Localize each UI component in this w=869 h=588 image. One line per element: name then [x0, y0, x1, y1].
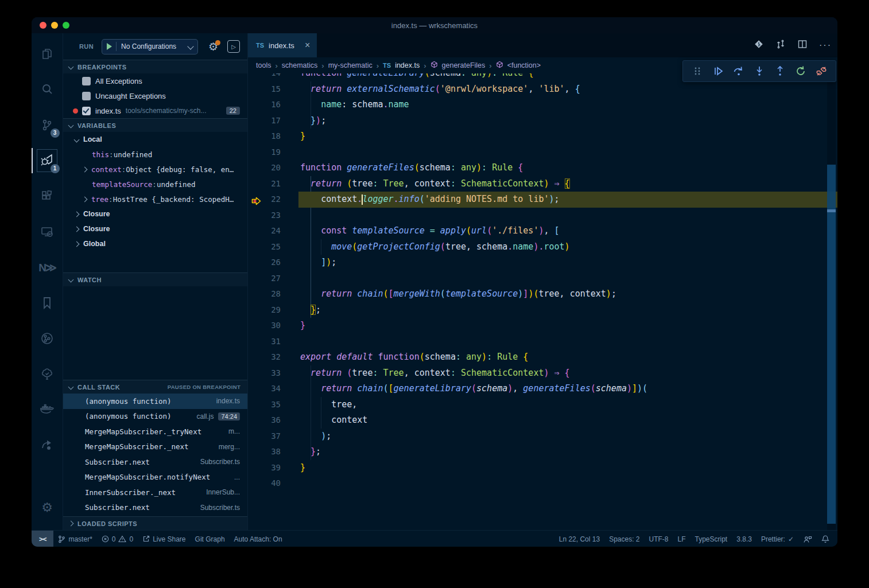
- tab-index-ts[interactable]: TS index.ts ×: [248, 33, 317, 57]
- line-number[interactable]: 17: [248, 113, 281, 129]
- cursor-position-item[interactable]: Ln 22, Col 13: [554, 531, 604, 547]
- loaded-scripts-section-header[interactable]: LOADED SCRIPTS: [63, 516, 247, 530]
- remote-indicator[interactable]: ><: [32, 531, 53, 547]
- code-line-35[interactable]: 35 tree,: [248, 397, 837, 413]
- run-debug-icon[interactable]: 1: [32, 146, 63, 176]
- indentation-item[interactable]: Spaces: 2: [604, 531, 644, 547]
- more-actions-icon[interactable]: ···: [819, 40, 832, 50]
- line-number[interactable]: 40: [248, 476, 281, 492]
- code-line-25[interactable]: 25 move(getProjectConfig(tree, schema.na…: [248, 239, 837, 255]
- nx-console-icon[interactable]: N≫: [32, 252, 63, 282]
- line-number[interactable]: 23: [248, 208, 281, 224]
- call-stack-frame[interactable]: MergeMapSubscriber._nextmerg...: [63, 439, 247, 455]
- docker-icon[interactable]: [32, 395, 63, 425]
- line-number[interactable]: 21: [248, 176, 281, 192]
- code-line-28[interactable]: 28 return chain([mergeWith(templateSourc…: [248, 286, 837, 302]
- call-stack-frame[interactable]: InnerSubscriber._nextInnerSub...: [63, 485, 247, 500]
- line-number[interactable]: 19: [248, 145, 281, 161]
- line-number[interactable]: 20: [248, 160, 281, 176]
- call-stack-frame[interactable]: (anonymous function)call.js74:24: [63, 409, 247, 425]
- line-number[interactable]: 34: [248, 381, 281, 397]
- code-line-32[interactable]: 32export default function(schema: any): …: [248, 349, 837, 365]
- scrollbar-thumb[interactable]: [827, 165, 836, 524]
- editor-scrollbar[interactable]: [827, 73, 836, 530]
- line-number[interactable]: 27: [248, 271, 281, 287]
- variables-scope-row[interactable]: Global: [63, 236, 247, 251]
- variables-section-header[interactable]: VARIABLES: [63, 118, 247, 132]
- continue-icon[interactable]: [711, 64, 726, 79]
- compare-changes-icon[interactable]: [775, 39, 786, 52]
- close-tab-icon[interactable]: ×: [305, 40, 310, 50]
- code-line-34[interactable]: 34 return chain([generateLibrary(schema)…: [248, 381, 837, 397]
- code-line-23[interactable]: 23: [248, 208, 837, 224]
- variable-row[interactable]: tree: HostTree {_backend: ScopedH…: [63, 192, 247, 207]
- line-number[interactable]: 24: [248, 223, 281, 239]
- breakpoint-item[interactable]: index.tstools/schematics/my-sch...22: [63, 103, 247, 118]
- start-debug-icon[interactable]: [107, 43, 112, 50]
- code-line-33[interactable]: 33 return (tree: Tree, context: Schemati…: [248, 365, 837, 381]
- code-line-39[interactable]: 39}: [248, 460, 837, 476]
- code-line-31[interactable]: 31: [248, 334, 837, 350]
- watch-section-header[interactable]: WATCH: [63, 272, 247, 286]
- line-number[interactable]: 18: [248, 128, 281, 145]
- variables-scope-row[interactable]: Closure: [63, 207, 247, 221]
- restart-icon[interactable]: [793, 64, 808, 79]
- manage-gear-icon[interactable]: ⚙: [32, 492, 63, 522]
- close-window-button[interactable]: [40, 22, 46, 29]
- configure-gear-icon[interactable]: ⚙: [208, 41, 218, 52]
- disconnect-icon[interactable]: [814, 64, 829, 79]
- code-line-30[interactable]: 30}: [248, 318, 837, 334]
- line-number[interactable]: 35: [248, 397, 281, 413]
- code-editor[interactable]: 14function generateLibrary(schema: any):…: [248, 73, 837, 530]
- code-line-20[interactable]: 20function generateFiles(schema: any): R…: [248, 160, 837, 176]
- line-number[interactable]: 32: [248, 349, 281, 365]
- breadcrumb-tools[interactable]: tools: [256, 61, 271, 69]
- project-share-icon[interactable]: [32, 430, 63, 460]
- breakpoint-checkbox[interactable]: [82, 107, 91, 115]
- variable-row[interactable]: context: Object {debug: false, en…: [63, 162, 247, 177]
- line-number[interactable]: 15: [248, 81, 281, 98]
- line-number[interactable]: 26: [248, 255, 281, 271]
- code-line-18[interactable]: 18}: [248, 128, 837, 145]
- line-number[interactable]: 31: [248, 334, 281, 350]
- call-stack-frame[interactable]: Subscriber.nextSubscriber.ts: [63, 500, 247, 516]
- bookmarks-icon[interactable]: [32, 288, 63, 318]
- problems-item[interactable]: 0 0: [97, 531, 138, 547]
- prettier-item[interactable]: Prettier:✓: [757, 531, 798, 547]
- line-number[interactable]: 14: [248, 73, 281, 81]
- split-editor-icon[interactable]: [797, 39, 808, 52]
- breakpoint-item[interactable]: Uncaught Exceptions: [63, 88, 247, 103]
- step-out-icon[interactable]: [773, 64, 787, 79]
- code-line-22[interactable]: 22 context.logger.info('adding NOTES.md …: [248, 192, 837, 208]
- git-graph-item[interactable]: Git Graph: [191, 531, 230, 547]
- explorer-icon[interactable]: [32, 39, 63, 69]
- test-explorer-icon[interactable]: [32, 359, 63, 389]
- line-number[interactable]: 25: [248, 239, 281, 255]
- call-stack-frame[interactable]: (anonymous function)index.ts: [63, 394, 247, 409]
- code-line-19[interactable]: 19: [248, 145, 837, 161]
- code-line-29[interactable]: 29 };: [248, 302, 837, 318]
- line-number[interactable]: 36: [248, 412, 281, 429]
- line-number[interactable]: 39: [248, 460, 281, 476]
- debug-console-icon[interactable]: ▷: [227, 40, 240, 53]
- variables-scope-row[interactable]: Closure: [63, 221, 247, 236]
- toolbar-drag-handle[interactable]: [690, 64, 705, 79]
- breadcrumb-schematics[interactable]: schematics: [282, 61, 318, 69]
- line-number[interactable]: 38: [248, 444, 281, 460]
- breakpoint-checkbox[interactable]: [82, 77, 91, 85]
- variables-scope-row[interactable]: Local: [63, 132, 247, 147]
- gitlens-icon[interactable]: [32, 324, 63, 353]
- auto-attach-item[interactable]: Auto Attach: On: [230, 531, 287, 547]
- line-number[interactable]: 16: [248, 97, 281, 113]
- notifications-bell-icon[interactable]: [817, 531, 834, 547]
- variable-row[interactable]: templateSource: undefined: [63, 177, 247, 192]
- encoding-item[interactable]: UTF-8: [645, 531, 673, 547]
- breadcrumb-generateFiles[interactable]: generateFiles: [442, 61, 486, 69]
- breadcrumb-function[interactable]: <function>: [507, 61, 541, 69]
- eol-item[interactable]: LF: [673, 531, 690, 547]
- code-line-16[interactable]: 16 name: schema.name: [248, 97, 837, 113]
- breakpoint-checkbox[interactable]: [82, 92, 91, 100]
- open-changes-icon[interactable]: [754, 39, 764, 52]
- minimize-window-button[interactable]: [51, 22, 58, 29]
- source-control-icon[interactable]: 3: [32, 110, 63, 140]
